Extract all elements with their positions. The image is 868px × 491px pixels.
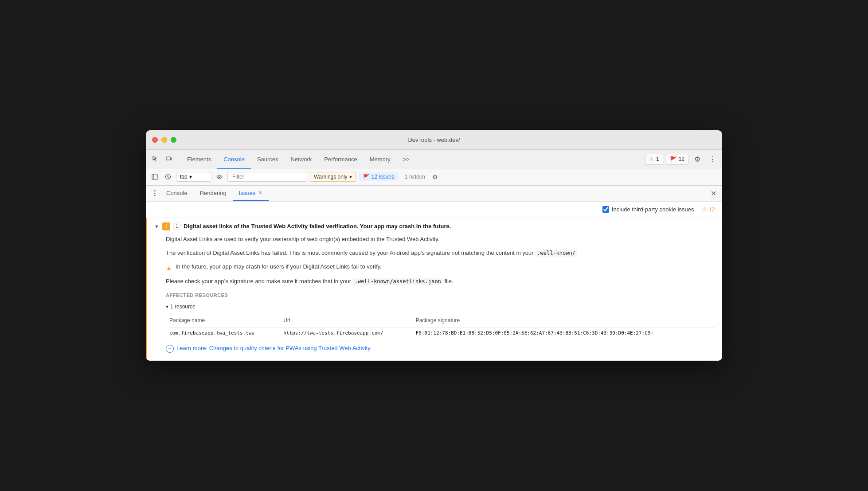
issues-icon: 🚩	[670, 156, 677, 163]
col-url: Url	[280, 315, 412, 327]
warnings-dropdown-arrow: ▾	[349, 174, 352, 180]
title-bar: DevTools - web.dev/	[146, 130, 722, 150]
maximize-button[interactable]	[171, 137, 176, 143]
main-tab-nav: Elements Console Sources Network Perform…	[181, 150, 416, 169]
issues-panel: Include third-party cookie issues ⚠ 12 ▼…	[146, 202, 722, 361]
context-value: top	[180, 174, 188, 180]
resource-toggle-arrow: ▾	[166, 303, 168, 311]
learn-more-text: Learn more: Changes to quality criteria …	[176, 344, 371, 353]
affected-resources-section: AFFECTED RESOURCES ▾ 1 resource Package …	[166, 292, 715, 339]
issues-badge-label: 12 Issues	[371, 174, 394, 180]
learn-more-link[interactable]: → Learn more: Changes to quality criteri…	[166, 344, 715, 353]
hidden-count: 1 hidden	[405, 174, 425, 180]
traffic-lights	[152, 137, 176, 143]
issues-top-separator	[698, 205, 698, 214]
issue-chevron-icon: ▼	[154, 224, 160, 229]
issue-warning-badge: !	[162, 222, 170, 230]
third-party-cookies-checkbox-label[interactable]: Include third-party cookie issues	[602, 206, 694, 213]
warnings-dropdown[interactable]: Warnings only ▾	[310, 172, 356, 182]
total-issues-count: 12	[709, 206, 715, 213]
issue-body-p1: Digital Asset Links are used to verify y…	[166, 235, 715, 244]
issues-count: 12	[679, 156, 684, 162]
third-party-cookies-checkbox[interactable]	[602, 206, 609, 213]
select-element-button[interactable]	[149, 153, 162, 165]
resource-row: com.firebaseapp.twa_tests.twa https://tw…	[166, 327, 715, 339]
issue-title: Digital asset links of the Trusted Web A…	[184, 223, 451, 230]
drawer-dots-menu[interactable]: ⋮	[149, 188, 160, 199]
issue-body-p3: Please check your app’s signature and ma…	[166, 277, 715, 286]
assetlinks-code: .well-known/assetlinks.json	[353, 278, 443, 285]
warning-triangle-icon: ▲	[166, 263, 172, 273]
well-known-code: .well-known/	[535, 249, 577, 257]
header-right: ⚠ 1 🚩 12 ⚙ ⋮	[645, 153, 719, 165]
devtools-header: Elements Console Sources Network Perform…	[146, 150, 722, 169]
bottom-panel: ⋮ Console Rendering Issues ✕ ✕ Include t…	[146, 185, 722, 361]
drawer-tab-console[interactable]: Console	[160, 185, 194, 201]
affected-resources-title: AFFECTED RESOURCES	[166, 292, 715, 300]
header-separator	[178, 154, 178, 164]
devtools-window: DevTools - web.dev/ Elements Console Sou…	[146, 130, 722, 361]
console-toolbar: top ▾ Warnings only ▾ 🚩 12 Issues 1 hidd…	[146, 169, 722, 185]
issues-flag-icon: 🚩	[363, 174, 370, 180]
resource-toggle[interactable]: ▾ 1 resource	[166, 303, 715, 311]
svg-rect-0	[166, 157, 170, 160]
svg-rect-1	[170, 158, 172, 160]
context-selector[interactable]: top ▾	[176, 172, 211, 182]
sidebar-toggle-button[interactable]	[149, 171, 160, 182]
close-button[interactable]	[152, 137, 158, 143]
row-package: com.firebaseapp.twa_tests.twa	[166, 327, 280, 339]
svg-point-6	[219, 176, 220, 178]
tab-performance[interactable]: Performance	[318, 150, 363, 169]
tab-memory[interactable]: Memory	[364, 150, 397, 169]
warnings-only-label: Warnings only	[314, 174, 348, 180]
svg-line-5	[167, 175, 170, 179]
issues-badge-button[interactable]: 🚩 12	[666, 154, 688, 165]
learn-more-icon: →	[166, 345, 174, 353]
tab-network[interactable]: Network	[285, 150, 318, 169]
issue-warning-line: ▲ In the future, your app may crash for …	[166, 262, 715, 273]
context-chevron-icon: ▾	[189, 174, 192, 180]
issue-warning-text: In the future, your app may crash for us…	[176, 262, 382, 272]
issue-body-p2: The verification of Digital Asset Links …	[166, 249, 715, 258]
warnings-badge-button[interactable]: ⚠ 1	[645, 154, 663, 165]
more-options-button[interactable]: ⋮	[706, 153, 719, 165]
minimize-button[interactable]	[161, 137, 167, 143]
warning-icon: ⚠	[649, 156, 654, 163]
total-issues-warning-icon: ⚠	[702, 206, 707, 213]
filter-input[interactable]	[227, 172, 307, 182]
warnings-count: 1	[656, 156, 659, 162]
issues-badge[interactable]: 🚩 12 Issues	[359, 172, 399, 181]
drawer-close-button[interactable]: ✕	[708, 188, 719, 199]
drawer-tab-issues[interactable]: Issues ✕	[233, 185, 269, 201]
resource-toggle-label: 1 resource	[170, 303, 195, 311]
issue-number: 1	[173, 222, 181, 230]
svg-rect-2	[152, 174, 157, 179]
tab-sources[interactable]: Sources	[251, 150, 285, 169]
tab-more[interactable]: >>	[397, 150, 416, 169]
device-toggle-button[interactable]	[163, 153, 175, 165]
total-issues-badge: ⚠ 12	[702, 206, 715, 213]
toolbar-settings-button[interactable]: ⚙	[430, 171, 440, 182]
col-signature: Package signature	[412, 315, 715, 327]
drawer-header: ⋮ Console Rendering Issues ✕ ✕	[146, 186, 722, 202]
issues-tab-close[interactable]: ✕	[258, 190, 262, 196]
window-title: DevTools - web.dev/	[408, 136, 460, 143]
resource-table: Package name Url Package signature com.f…	[166, 315, 715, 339]
issue-header-1[interactable]: ▼ ! 1 Digital asset links of the Trusted…	[147, 218, 722, 235]
tab-elements[interactable]: Elements	[181, 150, 217, 169]
col-package: Package name	[166, 315, 280, 327]
drawer-tab-rendering[interactable]: Rendering	[194, 185, 233, 201]
checkbox-label-text: Include third-party cookie issues	[612, 206, 694, 213]
tab-console[interactable]: Console	[217, 150, 251, 169]
settings-button[interactable]: ⚙	[691, 153, 704, 165]
row-url: https://twa-tests.firebaseapp.com/	[280, 327, 412, 339]
issue-body: Digital Asset Links are used to verify y…	[147, 235, 722, 360]
row-signature: F6:01:12:78:BD:E1:88:52:D5:0F:05:2A:5E:6…	[412, 327, 715, 339]
eye-button[interactable]	[214, 171, 225, 182]
clear-button[interactable]	[163, 171, 173, 182]
issue-group-1: ▼ ! 1 Digital asset links of the Trusted…	[146, 218, 722, 361]
issues-top-bar: Include third-party cookie issues ⚠ 12	[146, 202, 722, 218]
